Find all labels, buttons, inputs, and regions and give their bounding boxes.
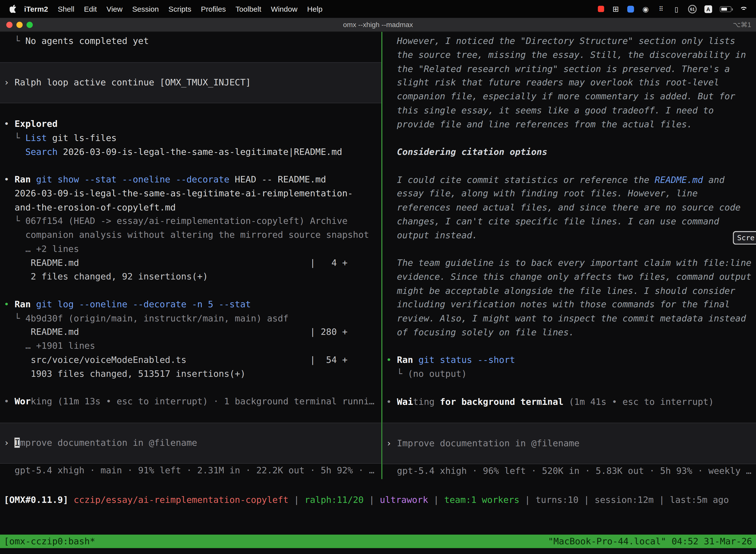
apple-icon bbox=[10, 5, 16, 13]
text-segment: output instead. bbox=[386, 230, 478, 240]
terminal-line: of focusing solely on file lines. bbox=[382, 326, 756, 340]
terminal-line: • Explored bbox=[0, 117, 381, 131]
terminal-line: output instead. bbox=[382, 228, 756, 242]
text-segment: Explored bbox=[15, 119, 58, 129]
text-segment: ting bbox=[413, 396, 435, 406]
tmux-host-time: "MacBook-Pro-44.local" 04:52 31-Mar-26 bbox=[548, 535, 752, 548]
text-segment: of focusing solely on file lines. bbox=[386, 327, 574, 337]
text-segment: › bbox=[386, 438, 397, 448]
terminal-line: … +1901 lines bbox=[0, 339, 381, 353]
terminal-line bbox=[382, 242, 756, 256]
menu-item-profiles[interactable]: Profiles bbox=[196, 4, 231, 13]
text-segment bbox=[31, 174, 36, 184]
menu-item-edit[interactable]: Edit bbox=[79, 4, 102, 13]
terminal-line: › Improve documentation in @filename bbox=[382, 436, 756, 450]
text-segment: this single essay, it seems like a good … bbox=[386, 105, 714, 115]
text-segment: Ralph loop active continue [OMX_TMUX_INJ… bbox=[15, 77, 251, 88]
menu-item-shell[interactable]: Shell bbox=[53, 4, 79, 13]
menu-item-iterm2[interactable]: iTerm2 bbox=[19, 4, 53, 13]
minimize-window-button[interactable] bbox=[16, 21, 22, 28]
terminal-line: might be acceptable alongside the file l… bbox=[382, 284, 756, 298]
text-segment: › bbox=[4, 438, 15, 448]
menu-item-window[interactable]: Window bbox=[266, 4, 302, 13]
text-segment: | bbox=[364, 494, 380, 505]
text-segment: 2026-03-09-is-legal-the-same-as-legitima… bbox=[4, 188, 353, 198]
terminal-line: gpt-5.4 xhigh · main · 91% left · 2.31M … bbox=[0, 464, 381, 478]
text-segment: 1903 files changed, 513517 insertions(+) bbox=[4, 368, 246, 379]
terminal-line bbox=[0, 103, 381, 117]
text-segment: references need actual files, and since … bbox=[386, 202, 741, 212]
terminal-line: including verification notes with those … bbox=[382, 298, 756, 312]
terminal-line: slight risk that future readers may over… bbox=[382, 76, 756, 90]
pane-right[interactable]: However, I noticed the "Directory Struct… bbox=[382, 32, 756, 478]
shottr-icon[interactable]: ◉ bbox=[642, 5, 649, 13]
app-grid-icon[interactable]: ⠿ bbox=[657, 5, 665, 13]
screen-notification-text: Scre bbox=[737, 233, 755, 242]
apple-menu[interactable] bbox=[10, 5, 16, 13]
text-segment bbox=[435, 396, 440, 406]
close-window-button[interactable] bbox=[6, 21, 12, 28]
menu-item-view[interactable]: View bbox=[102, 4, 127, 13]
text-segment: (11m 13s • esc to interrupt) · 1 backgro… bbox=[52, 396, 374, 406]
text-segment: | bbox=[654, 494, 670, 505]
terminal-line bbox=[382, 159, 756, 173]
text-segment: and-the-erosion-of-copyleft.md bbox=[4, 202, 176, 212]
window-manager-icon[interactable]: ⊞ bbox=[612, 5, 620, 13]
text-segment: └ bbox=[4, 132, 25, 143]
keyboard-input-icon[interactable]: A bbox=[704, 5, 712, 13]
terminal-line: provide file and line references from th… bbox=[382, 117, 756, 131]
left-scrollback-top: └ No agents completed yet bbox=[0, 34, 381, 62]
terminal-line bbox=[382, 409, 756, 423]
text-segment: cczip/essay/ai-reimplementation-copyleft bbox=[74, 494, 289, 505]
text-segment: companion file, especially if more comme… bbox=[386, 91, 735, 101]
terminal-line: evidence. Since this change only affects… bbox=[382, 270, 756, 284]
menu-item-help[interactable]: Help bbox=[302, 4, 327, 13]
text-segment: └ bbox=[4, 216, 25, 226]
text-segment: [OMX#0.11.9] bbox=[4, 494, 74, 505]
menu-item-scripts[interactable]: Scripts bbox=[164, 4, 196, 13]
terminal-line: The team guideline is to back every impo… bbox=[382, 256, 756, 270]
raycast-icon[interactable] bbox=[627, 5, 634, 12]
terminal-line: the source tree, missing the essay. Stil… bbox=[382, 48, 756, 62]
terminal-line: └ 4b9d30f (origin/main, instructkr/main,… bbox=[0, 312, 381, 325]
phone-mirroring-icon[interactable]: ▯ bbox=[673, 5, 680, 13]
terminal-line: review. Also, I might want to inspect th… bbox=[382, 312, 756, 326]
terminal-line: src/voice/voiceModeEnabled.ts | 54 + bbox=[0, 353, 381, 367]
screen-notification[interactable]: Scre bbox=[733, 231, 756, 244]
window-title-bar[interactable]: omx --xhigh --madmax ⌥⌘1 bbox=[0, 18, 756, 32]
text-segment: • bbox=[4, 299, 15, 309]
text-segment: might be acceptable alongside the file l… bbox=[386, 285, 735, 296]
text-segment: including verification notes with those … bbox=[386, 299, 730, 310]
menu-item-toolbelt[interactable]: Toolbelt bbox=[231, 4, 266, 13]
text-segment: README.md bbox=[655, 174, 703, 185]
ralph-inject-text: › Ralph loop active continue [OMX_TMUX_I… bbox=[0, 76, 381, 90]
terminal-line: • Ran git log --oneline --decorate -n 5 … bbox=[0, 297, 381, 312]
text-segment: gpt-5.4 xhigh · main · 91% left · 2.31M … bbox=[4, 465, 375, 475]
text-segment: Search bbox=[25, 147, 58, 157]
battery-icon[interactable] bbox=[720, 6, 732, 12]
tmux-session-label: [omx-cczip0:bash* bbox=[4, 535, 95, 548]
zoom-window-button[interactable] bbox=[26, 21, 33, 28]
terminal-line: references need actual files, and since … bbox=[382, 201, 756, 215]
terminal-line: companion file, especially if more comme… bbox=[382, 90, 756, 104]
prompt-input-right[interactable]: › Improve documentation in @filename bbox=[382, 423, 756, 464]
text-segment: (1m 41s • esc to interrupt) bbox=[564, 396, 714, 406]
terminal-line: README.md | 280 + bbox=[0, 325, 381, 339]
text-segment: HEAD -- README.md bbox=[230, 174, 326, 184]
wifi-icon[interactable] bbox=[739, 5, 748, 12]
battery-percentage-icon[interactable]: 61 bbox=[688, 4, 697, 13]
text-segment: turns:10 bbox=[536, 494, 578, 505]
pane-left[interactable]: └ No agents completed yet › Ralph loop a… bbox=[0, 32, 381, 478]
text-segment: the "Related research writing" section i… bbox=[386, 63, 730, 74]
text-segment: git log --oneline --decorate -n 5 --stat bbox=[36, 299, 251, 309]
terminal-line: companion analysis without altering the … bbox=[0, 228, 381, 242]
prompt-input-left[interactable]: › Improve documentation in @filename bbox=[0, 423, 381, 464]
menu-bar-status: ⊞◉⠿▯61A bbox=[594, 4, 752, 13]
prompt-input-right-text: › Improve documentation in @filename bbox=[382, 436, 756, 450]
screen-recording-icon[interactable] bbox=[598, 6, 604, 12]
terminal-line: Search 2026-03-09-is-legal-the-same-as-l… bbox=[0, 145, 381, 159]
screen: iTerm2ShellEditViewSessionScriptsProfile… bbox=[0, 0, 756, 554]
text-segment: | bbox=[578, 494, 594, 505]
text-segment: Considering citation options bbox=[386, 147, 548, 157]
menu-item-session[interactable]: Session bbox=[127, 4, 164, 13]
